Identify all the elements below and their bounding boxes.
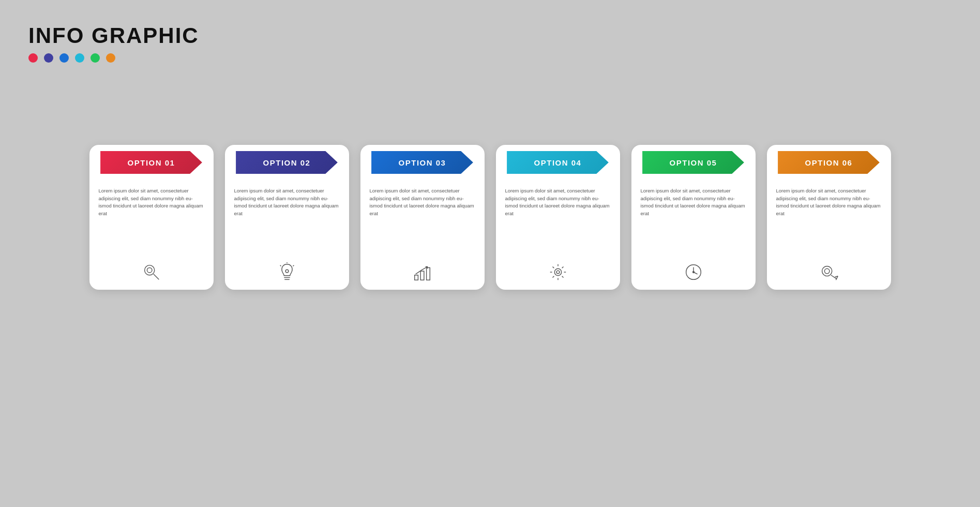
search-target-icon xyxy=(818,261,840,283)
svg-rect-9 xyxy=(414,275,418,280)
svg-rect-10 xyxy=(420,271,424,280)
card-3-text: Lorem ipsum dolor sit amet, consectetuer… xyxy=(370,187,475,218)
card-option-03[interactable]: OPTION 03 Lorem ipsum dolor sit amet, co… xyxy=(360,145,485,290)
svg-point-21 xyxy=(556,271,560,274)
card-2-body: Lorem ipsum dolor sit amet, consectetuer… xyxy=(225,180,349,290)
search-icon xyxy=(141,261,162,283)
svg-point-26 xyxy=(822,266,832,276)
card-1-text: Lorem ipsum dolor sit amet, consectetuer… xyxy=(99,187,204,218)
card-3-label: OPTION 03 xyxy=(371,151,473,174)
card-6-header: OPTION 06 xyxy=(767,145,891,180)
card-6-body: Lorem ipsum dolor sit amet, consectetuer… xyxy=(767,180,891,290)
card-1-icon xyxy=(99,259,204,286)
card-option-04[interactable]: OPTION 04 Lorem ipsum dolor sit amet, co… xyxy=(496,145,620,290)
card-2-label: OPTION 02 xyxy=(236,151,338,174)
card-option-05[interactable]: OPTION 05 Lorem ipsum dolor sit amet, co… xyxy=(631,145,756,290)
card-5-body: Lorem ipsum dolor sit amet, consectetuer… xyxy=(631,180,756,290)
svg-point-0 xyxy=(144,265,154,275)
card-option-06[interactable]: OPTION 06 Lorem ipsum dolor sit amet, co… xyxy=(767,145,891,290)
dot-blue xyxy=(59,53,69,63)
dot-orange xyxy=(106,53,115,63)
settings-sun-icon xyxy=(547,261,569,283)
dot-red xyxy=(28,53,38,63)
card-5-header: OPTION 05 xyxy=(631,145,756,180)
card-1-header: OPTION 01 xyxy=(89,145,214,180)
dot-cyan xyxy=(75,53,84,63)
chart-icon xyxy=(412,261,433,283)
card-1-body: Lorem ipsum dolor sit amet, consectetuer… xyxy=(89,180,214,290)
page-title: INFO GRAPHIC xyxy=(28,23,199,48)
card-3-icon xyxy=(370,259,475,286)
card-4-icon xyxy=(505,259,611,286)
lightbulb-icon xyxy=(276,261,298,283)
color-dots xyxy=(28,53,199,63)
svg-point-2 xyxy=(147,267,152,273)
card-3-body: Lorem ipsum dolor sit amet, consectetuer… xyxy=(360,180,485,290)
svg-line-17 xyxy=(552,267,554,269)
header: INFO GRAPHIC xyxy=(28,23,199,63)
card-5-icon xyxy=(641,259,746,286)
svg-line-20 xyxy=(552,276,554,278)
svg-line-19 xyxy=(562,267,563,269)
card-5-label: OPTION 05 xyxy=(642,151,744,174)
svg-rect-11 xyxy=(426,267,430,280)
dot-purple xyxy=(44,53,53,63)
dot-green xyxy=(91,53,100,63)
card-1-label: OPTION 01 xyxy=(100,151,202,174)
card-4-label: OPTION 04 xyxy=(507,151,609,174)
svg-line-6 xyxy=(293,265,294,266)
card-2-icon xyxy=(234,259,340,286)
card-4-header: OPTION 04 xyxy=(496,145,620,180)
svg-point-12 xyxy=(554,269,561,275)
svg-line-1 xyxy=(153,274,159,280)
svg-point-27 xyxy=(824,269,830,274)
svg-point-25 xyxy=(692,272,694,273)
card-option-01[interactable]: OPTION 01 Lorem ipsum dolor sit amet, co… xyxy=(89,145,214,290)
card-6-text: Lorem ipsum dolor sit amet, consectetuer… xyxy=(776,187,882,218)
card-6-icon xyxy=(776,259,882,286)
card-2-header: OPTION 02 xyxy=(225,145,349,180)
cards-container: OPTION 01 Lorem ipsum dolor sit amet, co… xyxy=(89,145,891,290)
svg-point-8 xyxy=(285,270,289,273)
svg-line-7 xyxy=(280,265,281,266)
clock-icon xyxy=(683,261,704,283)
card-6-label: OPTION 06 xyxy=(778,151,880,174)
card-3-header: OPTION 03 xyxy=(360,145,485,180)
card-option-02[interactable]: OPTION 02 Lorem ipsum dolor sit amet, co… xyxy=(225,145,349,290)
card-4-text: Lorem ipsum dolor sit amet, consectetuer… xyxy=(505,187,611,218)
card-5-text: Lorem ipsum dolor sit amet, consectetuer… xyxy=(641,187,746,218)
card-2-text: Lorem ipsum dolor sit amet, consectetuer… xyxy=(234,187,340,218)
card-4-body: Lorem ipsum dolor sit amet, consectetuer… xyxy=(496,180,620,290)
svg-line-18 xyxy=(562,276,563,278)
